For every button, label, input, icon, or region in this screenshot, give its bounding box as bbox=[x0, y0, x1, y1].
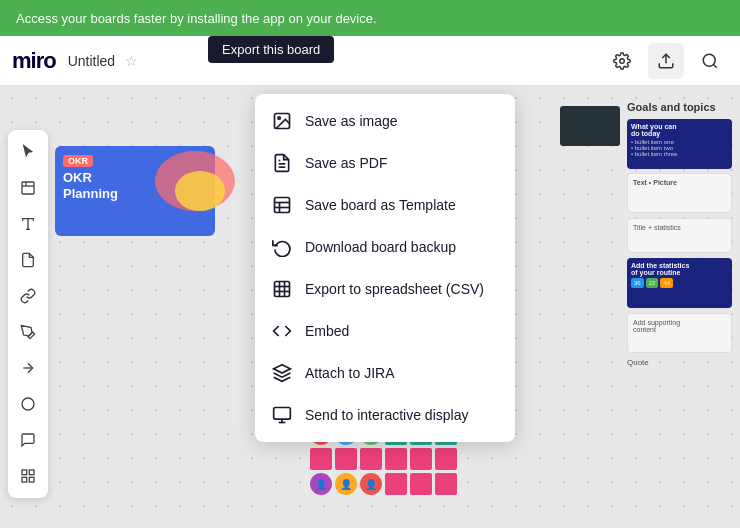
menu-item-spreadsheet-label: Export to spreadsheet (CSV) bbox=[305, 281, 484, 297]
grid-cell bbox=[310, 448, 332, 470]
frame-tool[interactable] bbox=[12, 172, 44, 204]
display-icon bbox=[271, 404, 293, 426]
link-tool[interactable] bbox=[12, 280, 44, 312]
svg-rect-13 bbox=[29, 477, 34, 482]
embed-icon bbox=[271, 320, 293, 342]
menu-item-display-label: Send to interactive display bbox=[305, 407, 468, 423]
header: miro Untitled ☆ bbox=[0, 36, 740, 86]
right-dark-card-2: Add the statisticsof your routine 36 22 … bbox=[627, 258, 732, 308]
menu-item-save-pdf-label: Save as PDF bbox=[305, 155, 387, 171]
grid-cell bbox=[435, 473, 457, 495]
menu-item-display[interactable]: Send to interactive display bbox=[255, 394, 515, 436]
grid-cell bbox=[385, 448, 407, 470]
notification-text: Access your boards faster by installing … bbox=[16, 11, 377, 26]
svg-rect-14 bbox=[22, 477, 27, 482]
export-tooltip: Export this board bbox=[208, 36, 334, 63]
text-tool[interactable] bbox=[12, 208, 44, 240]
menu-item-jira[interactable]: Attach to JIRA bbox=[255, 352, 515, 394]
menu-item-embed[interactable]: Embed bbox=[255, 310, 515, 352]
sticky-tool[interactable] bbox=[12, 244, 44, 276]
right-panel: Goals and topics What you cando today • … bbox=[627, 101, 732, 367]
cursor-tool[interactable] bbox=[12, 136, 44, 168]
grid-cell bbox=[385, 473, 407, 495]
save-pdf-icon bbox=[271, 152, 293, 174]
right-light-card-1: Text • Picture bbox=[627, 173, 732, 213]
svg-line-3 bbox=[713, 64, 716, 67]
right-panel-title: Goals and topics bbox=[627, 101, 732, 113]
svg-rect-23 bbox=[275, 282, 290, 297]
svg-rect-28 bbox=[274, 408, 291, 420]
svg-rect-11 bbox=[22, 470, 27, 475]
grid-cell bbox=[410, 473, 432, 495]
decoration-circle-yellow bbox=[175, 171, 225, 211]
backup-icon bbox=[271, 236, 293, 258]
miro-logo: miro bbox=[12, 48, 56, 74]
menu-item-spreadsheet[interactable]: Export to spreadsheet (CSV) bbox=[255, 268, 515, 310]
avatar: 👤 bbox=[335, 473, 357, 495]
menu-item-backup-label: Download board backup bbox=[305, 239, 456, 255]
notification-bar: Access your boards faster by installing … bbox=[0, 0, 740, 36]
grid-cell bbox=[410, 448, 432, 470]
save-image-icon bbox=[271, 110, 293, 132]
grid-tool[interactable] bbox=[12, 460, 44, 492]
menu-item-save-image-label: Save as image bbox=[305, 113, 398, 129]
grid-cell bbox=[335, 448, 357, 470]
left-toolbar bbox=[8, 130, 48, 498]
shape-tool[interactable] bbox=[12, 388, 44, 420]
spreadsheet-icon bbox=[271, 278, 293, 300]
menu-item-save-pdf[interactable]: Save as PDF bbox=[255, 142, 515, 184]
right-dark-card-1: What you cando today • bullet item one• … bbox=[627, 119, 732, 169]
menu-item-embed-label: Embed bbox=[305, 323, 349, 339]
menu-item-backup[interactable]: Download board backup bbox=[255, 226, 515, 268]
menu-item-template-label: Save board as Template bbox=[305, 197, 456, 213]
avatar: 👤 bbox=[310, 473, 332, 495]
svg-point-2 bbox=[703, 54, 715, 66]
jira-icon bbox=[271, 362, 293, 384]
export-dropdown-menu: Save as image Save as PDF Save board as … bbox=[255, 94, 515, 442]
right-light-card-3: Add supportingcontent bbox=[627, 313, 732, 353]
okr-tag: OKR bbox=[63, 155, 93, 167]
svg-point-16 bbox=[278, 117, 281, 120]
template-icon bbox=[271, 194, 293, 216]
dark-preview-card bbox=[560, 106, 620, 146]
svg-rect-19 bbox=[275, 198, 290, 213]
star-icon[interactable]: ☆ bbox=[125, 53, 138, 69]
menu-item-template[interactable]: Save board as Template bbox=[255, 184, 515, 226]
menu-item-save-image[interactable]: Save as image bbox=[255, 100, 515, 142]
line-tool[interactable] bbox=[12, 352, 44, 384]
export-button[interactable] bbox=[648, 43, 684, 79]
pen-tool[interactable] bbox=[12, 316, 44, 348]
settings-button[interactable] bbox=[604, 43, 640, 79]
search-button[interactable] bbox=[692, 43, 728, 79]
right-quote-label: Quote bbox=[627, 358, 732, 367]
right-light-card-2: Title + statistics bbox=[627, 218, 732, 253]
grid-cell bbox=[435, 448, 457, 470]
avatar: 👤 bbox=[360, 473, 382, 495]
svg-rect-4 bbox=[22, 182, 34, 194]
board-title[interactable]: Untitled bbox=[68, 53, 115, 69]
export-tooltip-label: Export this board bbox=[222, 42, 320, 57]
svg-point-10 bbox=[22, 398, 34, 410]
comment-tool[interactable] bbox=[12, 424, 44, 456]
grid-cell bbox=[360, 448, 382, 470]
svg-point-0 bbox=[620, 58, 625, 63]
menu-item-jira-label: Attach to JIRA bbox=[305, 365, 394, 381]
svg-rect-12 bbox=[29, 470, 34, 475]
